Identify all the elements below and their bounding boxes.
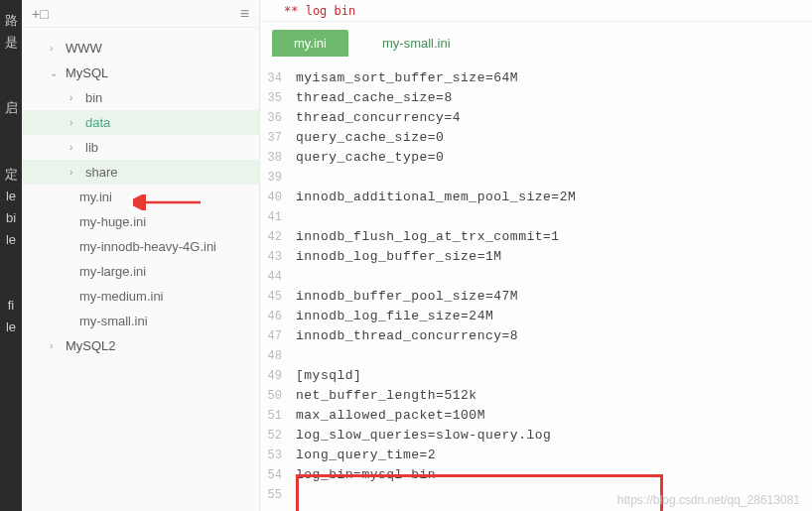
line-number: 49 <box>260 366 296 386</box>
toolbar-text: ** log bin <box>284 4 355 18</box>
code-line[interactable]: 43innodb_log_buffer_size=1M <box>260 247 812 267</box>
tree-label: share <box>85 165 118 180</box>
tree-label: WWW <box>66 41 102 56</box>
line-number: 43 <box>260 247 296 267</box>
tree-file-myinnodb[interactable]: my-innodb-heavy-4G.ini <box>22 234 259 259</box>
line-number: 50 <box>260 386 296 406</box>
line-number: 34 <box>260 68 296 88</box>
line-content: innodb_log_file_size=24M <box>296 307 493 326</box>
line-content: net_buffer_length=512k <box>296 386 477 406</box>
watermark: https://blog.csdn.net/qq_28613081 <box>617 493 800 507</box>
line-content: innodb_additional_mem_pool_size=2M <box>296 188 576 207</box>
tree-folder-mysql[interactable]: ⌄ MySQL <box>22 61 259 85</box>
chevron-right-icon: › <box>50 340 62 351</box>
code-line[interactable]: 41 <box>260 207 812 227</box>
code-line[interactable]: 37query_cache_size=0 <box>260 128 812 148</box>
code-line[interactable]: 49[mysqld] <box>260 366 812 386</box>
line-number: 38 <box>260 148 296 168</box>
editor-tabs: my.ini my-small.ini <box>260 22 812 57</box>
tree-label: MySQL <box>66 65 108 80</box>
line-content: query_cache_size=0 <box>296 128 444 148</box>
code-line[interactable]: 38query_cache_type=0 <box>260 148 812 168</box>
line-number: 35 <box>260 88 296 108</box>
tree-folder-bin[interactable]: › bin <box>22 85 259 110</box>
line-number: 36 <box>260 108 296 128</box>
code-line[interactable]: 44 <box>260 267 812 287</box>
line-content: max_allowed_packet=100M <box>296 406 485 426</box>
tree-label: my-innodb-heavy-4G.ini <box>79 239 216 254</box>
line-content: myisam_sort_buffer_size=64M <box>296 68 518 88</box>
tree-label: my-medium.ini <box>79 289 164 304</box>
code-line[interactable]: 40innodb_additional_mem_pool_size=2M <box>260 188 812 207</box>
code-line[interactable]: 48 <box>260 346 812 366</box>
tree-label: MySQL2 <box>66 338 116 353</box>
tree-folder-lib[interactable]: › lib <box>22 135 259 160</box>
code-line[interactable]: 35thread_cache_size=8 <box>260 88 812 108</box>
tree-folder-www[interactable]: › WWW <box>22 36 259 61</box>
tree-file-myini[interactable]: my.ini <box>22 185 259 209</box>
tree-file-mysmall[interactable]: my-small.ini <box>22 309 259 333</box>
code-line[interactable]: 42innodb_flush_log_at_trx_commit=1 <box>260 227 812 247</box>
code-line[interactable]: 34myisam_sort_buffer_size=64M <box>260 68 812 88</box>
code-line[interactable]: 53long_query_time=2 <box>260 446 812 465</box>
line-number: 46 <box>260 307 296 326</box>
line-content: thread_concurrency=4 <box>296 108 461 128</box>
code-line[interactable]: 46innodb_log_file_size=24M <box>260 307 812 326</box>
chevron-right-icon: › <box>69 167 81 178</box>
code-line[interactable]: 50net_buffer_length=512k <box>260 386 812 406</box>
line-content: [mysqld] <box>296 366 361 386</box>
line-content: innodb_log_buffer_size=1M <box>296 247 502 267</box>
tree-file-myhuge[interactable]: my-huge.ini <box>22 209 259 234</box>
tree-folder-share[interactable]: › share <box>22 160 259 185</box>
tab-label: my-small.ini <box>382 36 451 51</box>
line-number: 41 <box>260 207 296 227</box>
line-number: 45 <box>260 287 296 307</box>
tree-label: my-small.ini <box>79 314 148 328</box>
add-icon[interactable]: +□ <box>32 6 49 22</box>
tab-mysmall[interactable]: my-small.ini <box>360 30 473 57</box>
line-number: 37 <box>260 128 296 148</box>
line-content: log_bin=mysql-bin <box>296 465 436 485</box>
dark-side-strip: 路是 启 定lebile file <box>0 0 22 511</box>
line-number: 48 <box>260 346 296 366</box>
line-number: 39 <box>260 168 296 188</box>
sidebar-toolbar: +□ ≡ <box>22 0 259 28</box>
tree-label: my-large.ini <box>79 264 146 279</box>
code-line[interactable]: 51max_allowed_packet=100M <box>260 406 812 426</box>
tree-file-mylarge[interactable]: my-large.ini <box>22 259 259 284</box>
line-content: innodb_buffer_pool_size=47M <box>296 287 518 307</box>
tree-label: lib <box>85 140 98 155</box>
editor-pane: ** log bin my.ini my-small.ini 34myisam_… <box>260 0 812 511</box>
tab-label: my.ini <box>294 36 327 51</box>
tree-label: my-huge.ini <box>79 214 146 229</box>
tree-label: my.ini <box>79 190 112 204</box>
line-number: 40 <box>260 188 296 207</box>
line-number: 44 <box>260 267 296 287</box>
line-number: 52 <box>260 426 296 446</box>
code-line[interactable]: 36thread_concurrency=4 <box>260 108 812 128</box>
code-line[interactable]: 39 <box>260 168 812 188</box>
code-area[interactable]: 34myisam_sort_buffer_size=64M35thread_ca… <box>260 57 812 511</box>
code-line[interactable]: 52log_slow_queries=slow-query.log <box>260 426 812 446</box>
line-content: log_slow_queries=slow-query.log <box>296 426 551 446</box>
tree-label: bin <box>85 90 102 105</box>
tree-file-mymedium[interactable]: my-medium.ini <box>22 284 259 309</box>
file-tree: › WWW ⌄ MySQL › bin › data › lib › share… <box>22 28 259 358</box>
line-content: innodb_flush_log_at_trx_commit=1 <box>296 227 560 247</box>
tree-label: data <box>85 115 110 130</box>
line-number: 54 <box>260 465 296 485</box>
editor-toolbar-snippet: ** log bin <box>260 0 812 22</box>
line-number: 47 <box>260 326 296 346</box>
tree-folder-mysql2[interactable]: › MySQL2 <box>22 333 259 358</box>
line-number: 53 <box>260 446 296 465</box>
tab-myini[interactable]: my.ini <box>272 30 348 57</box>
line-content: query_cache_type=0 <box>296 148 444 168</box>
code-line[interactable]: 54log_bin=mysql-bin <box>260 465 812 485</box>
code-line[interactable]: 45innodb_buffer_pool_size=47M <box>260 287 812 307</box>
menu-icon[interactable]: ≡ <box>240 5 249 23</box>
line-content: innodb_thread_concurrency=8 <box>296 326 518 346</box>
line-number: 42 <box>260 227 296 247</box>
tree-folder-data[interactable]: › data <box>22 110 259 135</box>
line-number: 51 <box>260 406 296 426</box>
code-line[interactable]: 47innodb_thread_concurrency=8 <box>260 326 812 346</box>
